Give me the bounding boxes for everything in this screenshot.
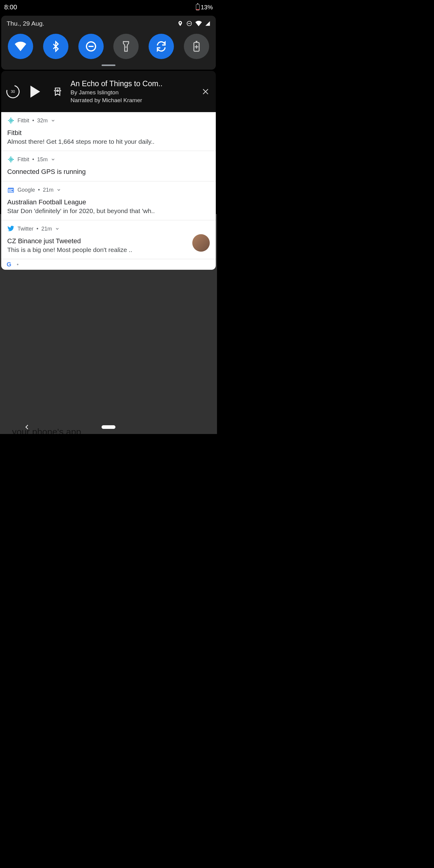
qs-header: Thu., 29 Aug. bbox=[7, 20, 210, 27]
separator-dot: • bbox=[32, 157, 34, 162]
svg-point-28 bbox=[13, 120, 13, 121]
notification-title: Australian Football League bbox=[7, 198, 210, 206]
svg-point-22 bbox=[9, 120, 10, 121]
svg-point-26 bbox=[11, 120, 13, 121]
qs-toggle-autorotate[interactable] bbox=[149, 34, 174, 59]
clip-bookmark-icon bbox=[52, 86, 63, 97]
status-time: 8:00 bbox=[4, 3, 17, 11]
quick-settings-panel[interactable]: Thu., 29 Aug. bbox=[1, 16, 216, 70]
svg-point-20 bbox=[10, 122, 11, 123]
svg-point-30 bbox=[10, 158, 11, 158]
svg-point-27 bbox=[11, 121, 12, 122]
google-news-icon bbox=[7, 186, 14, 193]
status-right-cluster: 13% bbox=[196, 4, 213, 11]
fitbit-icon bbox=[7, 156, 14, 163]
svg-point-31 bbox=[10, 159, 11, 160]
navigation-bar bbox=[0, 420, 217, 434]
qs-toggle-bluetooth[interactable] bbox=[43, 34, 68, 59]
notification-header[interactable]: Fitbit • 15m bbox=[7, 156, 210, 163]
svg-point-34 bbox=[9, 158, 10, 159]
notification-text: Star Don 'definitely' in for 2020, but b… bbox=[7, 207, 210, 215]
dnd-icon bbox=[85, 40, 97, 53]
svg-point-17 bbox=[10, 119, 11, 120]
notification-body: CZ Binance just Tweeted This is a big on… bbox=[7, 237, 188, 253]
notification-time: 21m bbox=[43, 187, 53, 193]
svg-point-29 bbox=[10, 156, 11, 157]
notification-time: 15m bbox=[37, 156, 48, 163]
notification-body: Connected GPS is running bbox=[7, 168, 210, 176]
tweet-avatar bbox=[192, 234, 210, 252]
close-icon[interactable] bbox=[201, 87, 210, 96]
play-button[interactable] bbox=[27, 83, 44, 100]
media-controls: 30 bbox=[4, 83, 66, 100]
notification-app-name: Fitbit bbox=[18, 156, 29, 163]
bluetooth-icon bbox=[52, 41, 60, 52]
notification-footer-strip[interactable]: G • bbox=[1, 259, 216, 270]
battery-icon bbox=[196, 4, 199, 10]
svg-point-32 bbox=[10, 160, 11, 161]
qs-toggle-battery-saver[interactable] bbox=[184, 34, 209, 59]
flashlight-icon bbox=[122, 41, 130, 52]
notification-body: Australian Football League Star Don 'def… bbox=[7, 198, 210, 215]
qs-toggle-dnd[interactable] bbox=[79, 34, 104, 59]
svg-point-16 bbox=[10, 118, 11, 119]
notification-title: CZ Binance just Tweeted bbox=[7, 237, 188, 245]
separator-dot: • bbox=[32, 118, 34, 123]
svg-point-40 bbox=[11, 160, 12, 161]
notification-time: 32m bbox=[37, 118, 48, 124]
qs-status-icons bbox=[177, 21, 210, 27]
svg-point-36 bbox=[9, 160, 10, 161]
notification-item[interactable]: Google • 21m Australian Football League … bbox=[1, 181, 216, 220]
notification-item[interactable]: Fitbit • 15m Connected GPS is running bbox=[1, 151, 216, 181]
notification-title: Connected GPS is running bbox=[7, 168, 210, 176]
notification-header[interactable]: Fitbit • 32m bbox=[7, 117, 210, 124]
battery-percent: 13% bbox=[201, 4, 213, 11]
media-notification[interactable]: 30 An Echo of Things to Com.. By James I… bbox=[1, 71, 216, 112]
signal-status-icon bbox=[205, 21, 210, 26]
wifi-status-icon bbox=[195, 21, 202, 26]
qs-date: Thu., 29 Aug. bbox=[7, 20, 44, 27]
notification-text: This is a big one! Most people don't rea… bbox=[7, 246, 188, 253]
play-icon bbox=[30, 86, 40, 98]
chevron-down-icon[interactable] bbox=[56, 187, 61, 192]
svg-point-25 bbox=[11, 119, 12, 120]
google-icon: G bbox=[7, 261, 11, 268]
back-button[interactable] bbox=[24, 424, 30, 430]
media-author: By James Islington bbox=[70, 89, 197, 96]
qs-expand-handle[interactable] bbox=[101, 64, 116, 66]
replay-30-button[interactable]: 30 bbox=[4, 83, 22, 100]
wifi-icon bbox=[15, 41, 26, 51]
notification-app-name: Fitbit bbox=[18, 118, 29, 124]
svg-point-18 bbox=[10, 120, 11, 121]
notification-time: 21m bbox=[41, 226, 52, 232]
home-pill[interactable] bbox=[101, 425, 116, 429]
chevron-down-icon[interactable] bbox=[51, 118, 56, 123]
media-title: An Echo of Things to Com.. bbox=[70, 79, 197, 88]
svg-point-37 bbox=[8, 159, 9, 160]
qs-toggle-wifi[interactable] bbox=[8, 34, 33, 59]
svg-point-33 bbox=[10, 161, 11, 162]
dnd-status-icon bbox=[186, 21, 192, 27]
status-bar: 8:00 13% bbox=[0, 0, 217, 14]
location-icon bbox=[177, 21, 183, 27]
notification-item[interactable]: Fitbit • 32m Fitbit Almost there! Get 1,… bbox=[1, 112, 216, 151]
svg-point-21 bbox=[9, 119, 10, 120]
media-narrator: Narrated by Michael Kramer bbox=[70, 97, 197, 104]
notification-header[interactable]: Twitter • 21m bbox=[7, 225, 210, 232]
chevron-down-icon[interactable] bbox=[51, 157, 56, 162]
replay-seconds-label: 30 bbox=[11, 90, 15, 94]
notification-app-name: Twitter bbox=[18, 226, 33, 232]
svg-point-41 bbox=[13, 159, 13, 160]
svg-point-35 bbox=[9, 159, 10, 160]
media-metadata: An Echo of Things to Com.. By James Isli… bbox=[70, 79, 197, 104]
separator-dot: • bbox=[38, 187, 40, 193]
svg-point-23 bbox=[9, 121, 10, 122]
notification-text: Almost there! Get 1,664 steps more to hi… bbox=[7, 138, 210, 145]
notification-header[interactable]: Google • 21m bbox=[7, 186, 210, 193]
chevron-down-icon[interactable] bbox=[55, 226, 60, 231]
separator-dot: • bbox=[17, 262, 19, 267]
bookmark-clip-button[interactable] bbox=[49, 83, 66, 100]
qs-toggle-flashlight[interactable] bbox=[113, 34, 138, 59]
autorotate-icon bbox=[156, 41, 167, 52]
notification-item[interactable]: Twitter • 21m CZ Binance just Tweeted Th… bbox=[1, 220, 216, 259]
